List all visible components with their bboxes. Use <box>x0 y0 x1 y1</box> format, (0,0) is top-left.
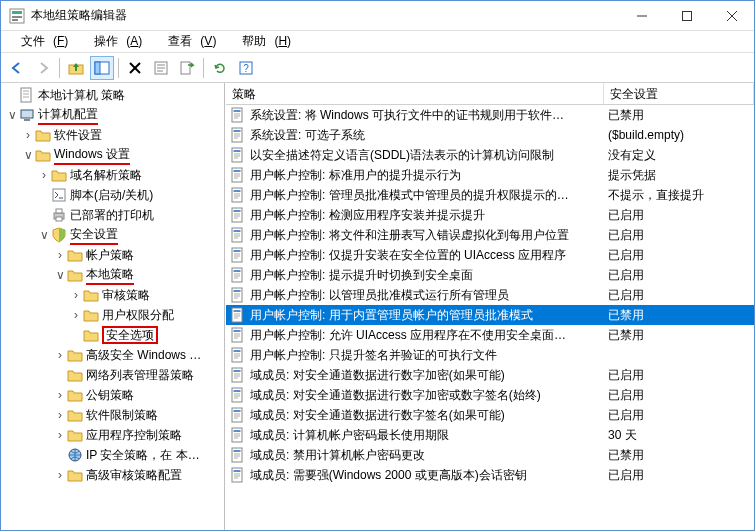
list-row[interactable]: 域成员: 需要强(Windows 2000 或更高版本)会话密钥 已启用 <box>226 465 754 485</box>
list-row[interactable]: 域成员: 对安全通道数据进行数字签名(如果可能) 已启用 <box>226 405 754 425</box>
tree-label: 计算机配置 <box>38 106 98 125</box>
tree-security-settings[interactable]: ∨安全设置 <box>1 225 224 245</box>
forward-button[interactable] <box>31 56 55 80</box>
tree-label: 帐户策略 <box>86 247 134 264</box>
tree-twisty[interactable]: › <box>53 388 67 402</box>
cell-setting: 提示凭据 <box>604 167 754 184</box>
tree-pane[interactable]: 本地计算机 策略∨计算机配置›软件设置∨Windows 设置›域名解析策略脚本(… <box>1 83 225 530</box>
tree-twisty[interactable]: › <box>21 128 35 142</box>
tree-software-settings[interactable]: ›软件设置 <box>1 125 224 145</box>
tree-scripts[interactable]: 脚本(启动/关机) <box>1 185 224 205</box>
list-row[interactable]: 用户帐户控制: 提示提升时切换到安全桌面 已启用 <box>226 265 754 285</box>
tree-twisty[interactable]: › <box>53 248 67 262</box>
cell-setting: 不提示，直接提升 <box>604 187 754 204</box>
tree-network-list[interactable]: 网络列表管理器策略 <box>1 365 224 385</box>
tree-windows-settings[interactable]: ∨Windows 设置 <box>1 145 224 165</box>
cell-setting: 已启用 <box>604 247 754 264</box>
help-button[interactable]: ? <box>234 56 258 80</box>
toolbar-separator <box>59 58 60 78</box>
list-row[interactable]: 用户帐户控制: 标准用户的提升提示行为 提示凭据 <box>226 165 754 185</box>
svg-rect-82 <box>234 310 241 312</box>
maximize-button[interactable] <box>664 1 709 30</box>
menu-view[interactable]: 查看(V) <box>152 31 224 52</box>
list-row[interactable]: 用户帐户控制: 仅提升安装在安全位置的 UIAccess 应用程序 已启用 <box>226 245 754 265</box>
close-button[interactable] <box>709 1 754 30</box>
export-button[interactable] <box>175 56 199 80</box>
menu-action[interactable]: 操作(A) <box>78 31 150 52</box>
tree-app-control[interactable]: ›应用程序控制策略 <box>1 425 224 445</box>
tree-account-policies[interactable]: ›帐户策略 <box>1 245 224 265</box>
tree-software-restriction[interactable]: ›软件限制策略 <box>1 405 224 425</box>
svg-rect-112 <box>234 430 241 432</box>
refresh-button[interactable] <box>208 56 232 80</box>
list-row[interactable]: 以安全描述符定义语言(SDDL)语法表示的计算机访问限制 没有定义 <box>226 145 754 165</box>
tree-twisty[interactable]: › <box>37 168 51 182</box>
list-row[interactable]: 用户帐户控制: 将文件和注册表写入错误虚拟化到每用户位置 已启用 <box>226 225 754 245</box>
tree-twisty[interactable]: › <box>53 468 67 482</box>
list-row[interactable]: 用户帐户控制: 检测应用程序安装并提示提升 已启用 <box>226 205 754 225</box>
tree-dns-policy[interactable]: ›域名解析策略 <box>1 165 224 185</box>
up-button[interactable] <box>64 56 88 80</box>
minimize-button[interactable] <box>619 1 664 30</box>
tree-twisty[interactable]: ∨ <box>53 268 67 282</box>
tree-twisty[interactable]: ∨ <box>5 108 19 122</box>
close-icon <box>727 11 737 21</box>
tree-label: 用户权限分配 <box>102 307 174 324</box>
cell-setting: 已启用 <box>604 367 754 384</box>
column-policy[interactable]: 策略 <box>226 83 604 104</box>
list-row[interactable]: 域成员: 对安全通道数据进行数字加密或数字签名(始终) 已启用 <box>226 385 754 405</box>
tree-user-rights[interactable]: ›用户权限分配 <box>1 305 224 325</box>
tree-computer-config[interactable]: ∨计算机配置 <box>1 105 224 125</box>
tree-audit-policy[interactable]: ›审核策略 <box>1 285 224 305</box>
tree-security-options[interactable]: 安全选项 <box>1 325 224 345</box>
tree-local-policies[interactable]: ∨本地策略 <box>1 265 224 285</box>
tree-twisty[interactable]: › <box>53 408 67 422</box>
tree-twisty[interactable]: ∨ <box>37 228 51 242</box>
tree-public-key[interactable]: ›公钥策略 <box>1 385 224 405</box>
properties-icon <box>153 60 169 76</box>
cell-policy: 用户帐户控制: 只提升签名并验证的可执行文件 <box>226 347 604 364</box>
show-hide-tree-button[interactable] <box>90 56 114 80</box>
tree-firewall[interactable]: ›高级安全 Windows … <box>1 345 224 365</box>
cell-policy: 用户帐户控制: 标准用户的提升提示行为 <box>226 167 604 184</box>
list-row[interactable]: 用户帐户控制: 以管理员批准模式运行所有管理员 已启用 <box>226 285 754 305</box>
svg-rect-2 <box>12 16 22 18</box>
list-row[interactable]: 域成员: 对安全通道数据进行数字加密(如果可能) 已启用 <box>226 365 754 385</box>
tree-ipsec[interactable]: IP 安全策略，在 本… <box>1 445 224 465</box>
svg-rect-25 <box>24 119 30 121</box>
svg-rect-10 <box>95 62 100 74</box>
tree-twisty[interactable]: ∨ <box>21 148 35 162</box>
tree-printers[interactable]: 已部署的打印机 <box>1 205 224 225</box>
properties-button[interactable] <box>149 56 173 80</box>
title-bar: 本地组策略编辑器 <box>1 1 754 31</box>
tree-twisty[interactable]: › <box>53 428 67 442</box>
tree-twisty[interactable]: › <box>69 288 83 302</box>
tree-twisty[interactable]: › <box>53 348 67 362</box>
list-row[interactable]: 域成员: 禁用计算机帐户密码更改 已禁用 <box>226 445 754 465</box>
svg-rect-37 <box>234 130 241 132</box>
cell-setting: 已启用 <box>604 287 754 304</box>
cell-setting: 30 天 <box>604 427 754 444</box>
delete-button[interactable] <box>123 56 147 80</box>
list-row[interactable]: 用户帐户控制: 用于内置管理员帐户的管理员批准模式 已禁用 <box>226 305 754 325</box>
tree-label: Windows 设置 <box>54 146 130 165</box>
list-row[interactable]: 用户帐户控制: 管理员批准模式中管理员的提升权限提示的… 不提示，直接提升 <box>226 185 754 205</box>
tree-adv-audit[interactable]: ›高级审核策略配置 <box>1 465 224 485</box>
minimize-icon <box>637 11 647 21</box>
column-setting[interactable]: 安全设置 <box>604 83 754 104</box>
tree-root[interactable]: 本地计算机 策略 <box>1 85 224 105</box>
list-row[interactable]: 系统设置: 可选子系统 ($build.empty) <box>226 125 754 145</box>
menu-help[interactable]: 帮助(H) <box>226 31 299 52</box>
cell-setting: 已启用 <box>604 407 754 424</box>
list-row[interactable]: 域成员: 计算机帐户密码最长使用期限 30 天 <box>226 425 754 445</box>
list-row[interactable]: 用户帐户控制: 允许 UIAccess 应用程序在不使用安全桌面… 已禁用 <box>226 325 754 345</box>
list-row[interactable]: 用户帐户控制: 只提升签名并验证的可执行文件 <box>226 345 754 365</box>
refresh-icon <box>212 60 228 76</box>
tree-twisty[interactable]: › <box>69 308 83 322</box>
list-row[interactable]: 系统设置: 将 Windows 可执行文件中的证书规则用于软件… 已禁用 <box>226 105 754 125</box>
list-body[interactable]: 系统设置: 将 Windows 可执行文件中的证书规则用于软件… 已禁用 系统设… <box>226 105 754 530</box>
menu-file[interactable]: 文件(F) <box>5 31 76 52</box>
svg-rect-28 <box>56 209 62 213</box>
back-button[interactable] <box>5 56 29 80</box>
cell-setting: 已启用 <box>604 267 754 284</box>
